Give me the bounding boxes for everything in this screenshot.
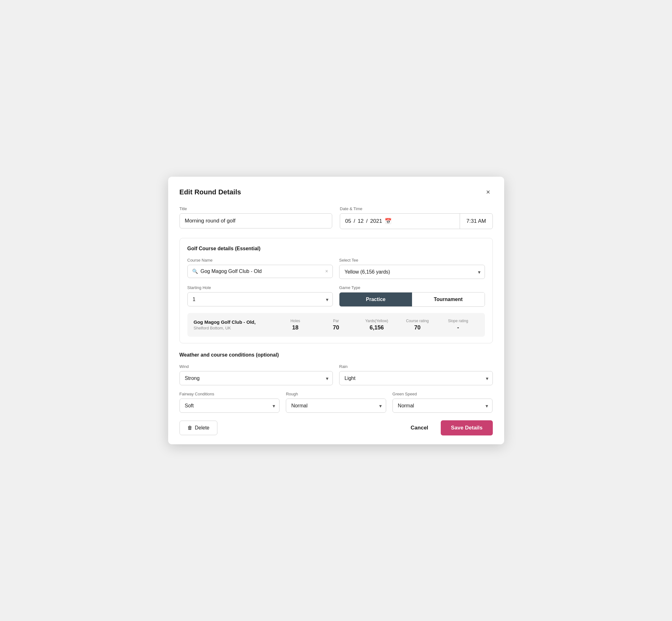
starting-hole-group: Starting Hole 1 2 3 10 bbox=[187, 285, 333, 307]
save-button[interactable]: Save Details bbox=[441, 420, 493, 436]
date-year: 2021 bbox=[370, 218, 382, 224]
hole-gametype-row: Starting Hole 1 2 3 10 Game Type Practic… bbox=[187, 285, 485, 307]
holes-value: 18 bbox=[275, 324, 316, 331]
par-stat: Par 70 bbox=[316, 319, 356, 331]
time-part[interactable]: 7:31 AM bbox=[460, 214, 492, 229]
weather-title: Weather and course conditions (optional) bbox=[179, 352, 493, 358]
modal-header: Edit Round Details × bbox=[179, 187, 493, 198]
select-tee-label: Select Tee bbox=[339, 258, 485, 262]
rain-select-wrap: None Light Moderate Heavy bbox=[339, 371, 493, 385]
green-speed-dropdown[interactable]: Slow Normal Fast Very Fast bbox=[392, 399, 493, 413]
course-rating-stat: Course rating 70 bbox=[397, 319, 438, 331]
modal-title: Edit Round Details bbox=[179, 188, 241, 196]
fairway-label: Fairway Conditions bbox=[179, 391, 280, 396]
wind-select-wrap: Calm Light Moderate Strong Very Strong bbox=[179, 371, 333, 385]
starting-hole-label: Starting Hole bbox=[187, 285, 333, 290]
top-row: Title Date & Time 05 / 12 / 2021 📅 7:31 … bbox=[179, 206, 493, 229]
rough-dropdown[interactable]: Short Normal Long Very Long bbox=[286, 399, 386, 413]
date-part[interactable]: 05 / 12 / 2021 📅 bbox=[340, 214, 460, 229]
clear-course-icon[interactable]: × bbox=[325, 268, 328, 274]
course-rating-value: 70 bbox=[397, 324, 438, 331]
calendar-icon[interactable]: 📅 bbox=[385, 218, 391, 225]
search-icon: 🔍 bbox=[192, 268, 198, 274]
tournament-button[interactable]: Tournament bbox=[412, 292, 485, 306]
starting-hole-wrap: 1 2 3 10 bbox=[187, 292, 333, 306]
course-name-input[interactable] bbox=[201, 268, 325, 274]
course-name-group: Course Name 🔍 × bbox=[187, 258, 333, 279]
datetime-label: Date & Time bbox=[340, 206, 493, 211]
starting-hole-dropdown[interactable]: 1 2 3 10 bbox=[187, 292, 333, 306]
fairway-group: Fairway Conditions Firm Normal Soft Wet bbox=[179, 391, 280, 413]
golf-course-section: Golf Course details (Essential) Course N… bbox=[179, 238, 493, 343]
par-value: 70 bbox=[316, 324, 356, 331]
yards-stat: Yards(Yellow) 6,156 bbox=[356, 319, 397, 331]
slope-rating-value: - bbox=[438, 324, 478, 331]
game-type-label: Game Type bbox=[339, 285, 485, 290]
close-button[interactable]: × bbox=[484, 187, 493, 198]
slope-rating-label: Slope rating bbox=[438, 319, 478, 323]
trash-icon: 🗑 bbox=[187, 425, 193, 431]
datetime-group: 05 / 12 / 2021 📅 7:31 AM bbox=[340, 213, 493, 229]
delete-label: Delete bbox=[195, 425, 209, 431]
fairway-select-wrap: Firm Normal Soft Wet bbox=[179, 399, 280, 413]
wind-group: Wind Calm Light Moderate Strong Very Str… bbox=[179, 364, 333, 385]
rough-label: Rough bbox=[286, 391, 386, 396]
game-type-toggle: Practice Tournament bbox=[339, 292, 485, 307]
slope-rating-stat: Slope rating - bbox=[438, 319, 478, 331]
footer-right: Cancel Save Details bbox=[405, 420, 493, 436]
holes-label: Holes bbox=[275, 319, 316, 323]
yards-value: 6,156 bbox=[356, 324, 397, 331]
rain-dropdown[interactable]: None Light Moderate Heavy bbox=[339, 371, 493, 385]
rough-group: Rough Short Normal Long Very Long bbox=[286, 391, 386, 413]
course-info-card: Gog Magog Golf Club - Old, Shelford Bott… bbox=[187, 313, 485, 337]
weather-section: Weather and course conditions (optional)… bbox=[179, 352, 493, 413]
fairway-dropdown[interactable]: Firm Normal Soft Wet bbox=[179, 399, 280, 413]
course-info-name: Gog Magog Golf Club - Old, bbox=[194, 319, 275, 325]
cancel-button[interactable]: Cancel bbox=[405, 421, 435, 435]
rain-label: Rain bbox=[339, 364, 493, 369]
course-name-label: Course Name bbox=[187, 258, 333, 262]
date-sep1: / bbox=[354, 218, 355, 224]
datetime-field-group: Date & Time 05 / 12 / 2021 📅 7:31 AM bbox=[340, 206, 493, 229]
course-rating-label: Course rating bbox=[397, 319, 438, 323]
green-speed-group: Green Speed Slow Normal Fast Very Fast bbox=[392, 391, 493, 413]
wind-dropdown[interactable]: Calm Light Moderate Strong Very Strong bbox=[179, 371, 333, 385]
wind-label: Wind bbox=[179, 364, 333, 369]
title-field-group: Title bbox=[179, 206, 333, 229]
practice-button[interactable]: Practice bbox=[339, 292, 412, 306]
select-tee-dropdown[interactable]: Yellow (6,156 yards) White (6,500 yards)… bbox=[339, 265, 485, 279]
date-month: 05 bbox=[345, 218, 351, 224]
delete-button[interactable]: 🗑 Delete bbox=[179, 421, 217, 435]
holes-stat: Holes 18 bbox=[275, 319, 316, 331]
weather-row-2: Fairway Conditions Firm Normal Soft Wet … bbox=[179, 391, 493, 413]
select-tee-group: Select Tee Yellow (6,156 yards) White (6… bbox=[339, 258, 485, 279]
edit-round-modal: Edit Round Details × Title Date & Time 0… bbox=[168, 177, 504, 444]
weather-row-1: Wind Calm Light Moderate Strong Very Str… bbox=[179, 364, 493, 385]
par-label: Par bbox=[316, 319, 356, 323]
course-info-location: Shelford Bottom, UK bbox=[194, 326, 275, 330]
date-sep2: / bbox=[366, 218, 368, 224]
golf-section-title: Golf Course details (Essential) bbox=[187, 246, 485, 251]
select-tee-wrap: Yellow (6,156 yards) White (6,500 yards)… bbox=[339, 265, 485, 279]
title-input[interactable] bbox=[179, 213, 333, 229]
course-name-tee-row: Course Name 🔍 × Select Tee Yellow (6,156… bbox=[187, 258, 485, 279]
footer-row: 🗑 Delete Cancel Save Details bbox=[179, 420, 493, 436]
course-name-search-wrap: 🔍 × bbox=[187, 265, 333, 278]
yards-label: Yards(Yellow) bbox=[356, 319, 397, 323]
green-speed-select-wrap: Slow Normal Fast Very Fast bbox=[392, 399, 493, 413]
rain-group: Rain None Light Moderate Heavy bbox=[339, 364, 493, 385]
game-type-group: Game Type Practice Tournament bbox=[339, 285, 485, 307]
date-day: 12 bbox=[358, 218, 364, 224]
course-info-name-group: Gog Magog Golf Club - Old, Shelford Bott… bbox=[194, 319, 275, 330]
title-label: Title bbox=[179, 206, 333, 211]
green-speed-label: Green Speed bbox=[392, 391, 493, 396]
rough-select-wrap: Short Normal Long Very Long bbox=[286, 399, 386, 413]
time-value: 7:31 AM bbox=[466, 218, 486, 224]
